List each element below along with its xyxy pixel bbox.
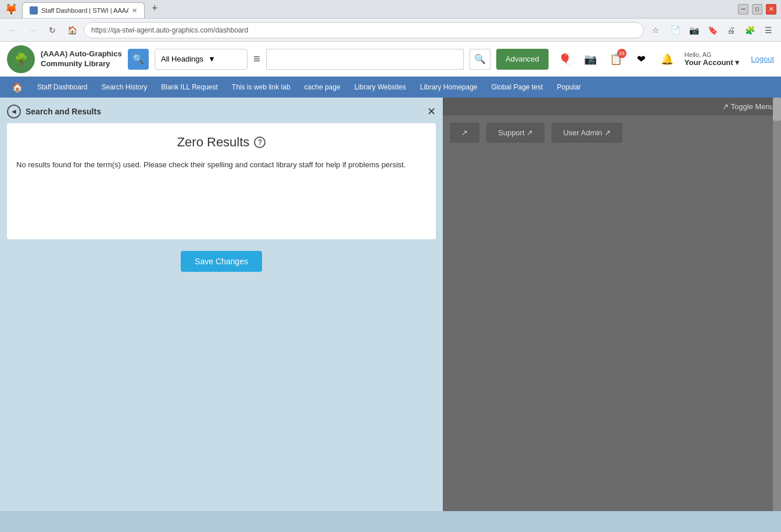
no-results-message: No results found for the term(s) used. P… bbox=[16, 159, 427, 171]
bell-icon[interactable]: 🔔 bbox=[657, 49, 678, 70]
screenshot-button[interactable]: 📷 bbox=[686, 22, 702, 38]
pocket-button[interactable]: 🔖 bbox=[704, 22, 721, 38]
app-header: 🌳 (AAAA) Auto-Graphics Community Library… bbox=[0, 42, 781, 77]
search-icon-button[interactable]: 🔍 bbox=[128, 49, 149, 70]
panel-close-button[interactable]: ✕ bbox=[427, 105, 436, 118]
nav-item-web-link-lab[interactable]: This is web link lab bbox=[225, 77, 298, 98]
nav-item-blank-ill[interactable]: Blank ILL Request bbox=[154, 77, 225, 98]
nav-item-library-homepage[interactable]: Library Homepage bbox=[413, 77, 485, 98]
support-button[interactable]: Support ↗ bbox=[486, 123, 544, 143]
tab-favicon bbox=[30, 6, 38, 15]
logout-button[interactable]: Logout bbox=[751, 55, 774, 63]
expand-button[interactable]: ↗ bbox=[450, 123, 479, 143]
zero-results-text: Zero Results bbox=[177, 135, 250, 150]
camera-icon[interactable]: 📷 bbox=[580, 49, 601, 70]
back-button[interactable]: ← bbox=[5, 22, 21, 38]
advanced-search-button[interactable]: Advanced bbox=[496, 49, 549, 70]
save-changes-button[interactable]: Save Changes bbox=[181, 251, 262, 272]
account-chevron-icon: ▾ bbox=[735, 58, 739, 67]
user-account-link[interactable]: Your Account ▾ bbox=[685, 58, 739, 67]
menu-button[interactable]: ☰ bbox=[760, 22, 776, 38]
dashboard-buttons: ↗ Support ↗ User Admin ↗ bbox=[443, 116, 781, 150]
user-admin-button[interactable]: User Admin ↗ bbox=[551, 123, 622, 143]
new-tab-button[interactable]: + bbox=[147, 0, 163, 17]
header-right-icons: 🎈 📷 📋 28 ❤ 🔔 Hello, AG Your Account ▾ Lo… bbox=[554, 49, 774, 70]
scrollbar[interactable] bbox=[773, 98, 781, 511]
library-logo: 🌳 bbox=[7, 45, 35, 73]
nav-item-cache-page[interactable]: cache page bbox=[298, 77, 347, 98]
right-panel-header: ↗ Toggle Menu bbox=[443, 98, 781, 116]
tab-title: Staff Dashboard | STWI | AAAA bbox=[41, 7, 128, 14]
notifications-badge: 28 bbox=[617, 49, 626, 58]
results-content: Zero Results ? No results found for the … bbox=[7, 123, 436, 239]
address-bar: ← → ↻ 🏠 https://qa-stwi-agent.auto-graph… bbox=[0, 19, 781, 42]
minimize-button[interactable]: ─ bbox=[738, 4, 748, 15]
close-button[interactable]: ✕ bbox=[766, 4, 776, 15]
nav-bar: 🏠 Staff Dashboard Search History Blank I… bbox=[0, 77, 781, 98]
right-panel: ↗ Toggle Menu ↗ Support ↗ User Admin ↗ bbox=[443, 98, 781, 511]
search-icon: 🔍 bbox=[132, 53, 144, 64]
user-hello: Hello, AG bbox=[685, 51, 711, 58]
active-tab[interactable]: Staff Dashboard | STWI | AAAA ✕ bbox=[22, 2, 145, 18]
nav-item-home[interactable]: 🏠 bbox=[5, 77, 30, 98]
tab-close-button[interactable]: ✕ bbox=[132, 7, 137, 15]
main-content: ◄ Search and Results ✕ Zero Results ? No… bbox=[0, 98, 781, 511]
notifications-icon[interactable]: 📋 28 bbox=[606, 49, 626, 70]
browser-titlebar: 🦊 Staff Dashboard | STWI | AAAA ✕ + ─ □ … bbox=[0, 0, 781, 19]
forward-button[interactable]: → bbox=[24, 22, 41, 38]
print-button[interactable]: 🖨 bbox=[723, 22, 739, 38]
window-controls: ─ □ ✕ bbox=[738, 4, 776, 15]
reader-view-button[interactable]: 📄 bbox=[667, 22, 683, 38]
search-go-button[interactable]: 🔍 bbox=[470, 49, 490, 70]
library-name: (AAAA) Auto-Graphics Community Library bbox=[41, 49, 122, 69]
chevron-down-icon: ▼ bbox=[208, 55, 216, 63]
address-icons: 📄 📷 🔖 🖨 🧩 ☰ bbox=[667, 22, 776, 38]
expand-icon: ↗ bbox=[461, 128, 468, 137]
nav-item-popular[interactable]: Popular bbox=[550, 77, 587, 98]
account-label: Your Account bbox=[685, 58, 733, 67]
scrollbar-thumb[interactable] bbox=[773, 98, 781, 121]
extensions-button[interactable]: 🧩 bbox=[741, 22, 758, 38]
nav-item-global-page-test[interactable]: Global Page test bbox=[485, 77, 550, 98]
nav-item-staff-dashboard[interactable]: Staff Dashboard bbox=[30, 77, 95, 98]
url-text: https://qa-stwi-agent.auto-graphics.com/… bbox=[91, 26, 248, 34]
toggle-menu-button[interactable]: ↗ Toggle Menu bbox=[722, 102, 774, 111]
panel-back-button[interactable]: ◄ bbox=[7, 105, 21, 118]
search-magnify-icon: 🔍 bbox=[474, 53, 486, 64]
stack-icon: ≡ bbox=[253, 52, 260, 66]
firefox-logo: 🦊 bbox=[5, 3, 17, 16]
help-icon[interactable]: ? bbox=[254, 136, 266, 148]
url-bar[interactable]: https://qa-stwi-agent.auto-graphics.com/… bbox=[84, 22, 644, 38]
search-dropdown-label: All Headings bbox=[161, 55, 203, 63]
nav-item-library-websites[interactable]: Library Websites bbox=[347, 77, 413, 98]
user-section: Hello, AG Your Account ▾ bbox=[685, 51, 739, 67]
zero-results-heading: Zero Results ? bbox=[16, 135, 427, 150]
hot-air-balloon-icon[interactable]: 🎈 bbox=[554, 49, 575, 70]
reload-button[interactable]: ↻ bbox=[44, 22, 60, 38]
heart-icon[interactable]: ❤ bbox=[631, 49, 652, 70]
search-dropdown[interactable]: All Headings ▼ bbox=[155, 49, 248, 70]
left-panel: ◄ Search and Results ✕ Zero Results ? No… bbox=[0, 98, 443, 511]
panel-title: Search and Results bbox=[26, 107, 101, 116]
bookmark-button[interactable]: ☆ bbox=[647, 22, 664, 38]
search-input[interactable] bbox=[266, 49, 464, 70]
maximize-button[interactable]: □ bbox=[752, 4, 762, 15]
panel-header: ◄ Search and Results ✕ bbox=[7, 105, 436, 118]
home-nav-button[interactable]: 🏠 bbox=[64, 22, 80, 38]
search-results-panel: ◄ Search and Results ✕ Zero Results ? No… bbox=[0, 98, 443, 279]
nav-item-search-history[interactable]: Search History bbox=[95, 77, 155, 98]
